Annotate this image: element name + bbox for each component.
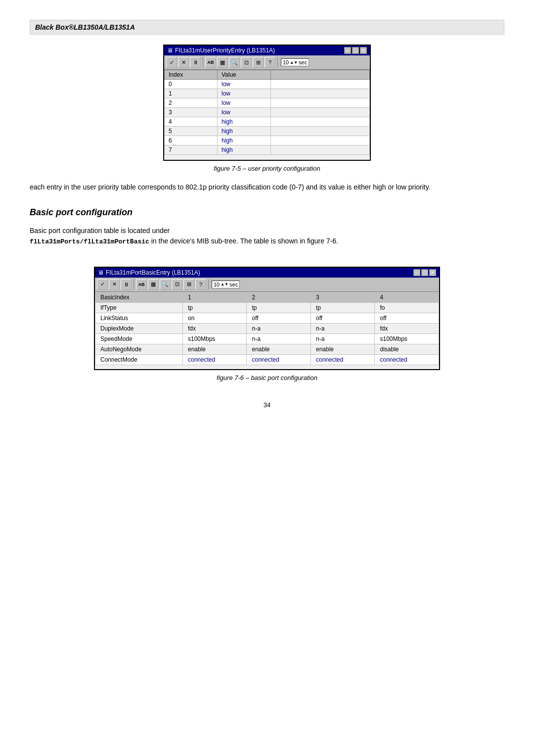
figure5-titlebar: 🖥 FILta31mUserPriorityEntry (LB1351A) ─ … [164,46,370,55]
index-cell: 5 [165,127,218,136]
grid-button[interactable]: ▦ [217,57,228,68]
minimize-button[interactable]: ─ [344,47,351,54]
separator2 [277,57,278,67]
table-row: 6high [165,136,370,145]
col4-cell: 4 [375,292,439,302]
check-button[interactable]: ✓ [166,57,177,68]
empty-cell [271,108,370,117]
index-cell: 7 [165,145,218,155]
table-row: 0low [165,80,370,89]
ab-button-6[interactable]: AB [136,279,147,290]
col2-cell: n-a [247,323,311,333]
empty-cell [271,136,370,145]
minimize-button-6[interactable]: ─ [413,269,420,276]
value-cell: low [217,89,270,98]
help-button-6[interactable]: ? [195,279,206,290]
value-cell: low [217,108,270,117]
table-row: 1low [165,89,370,98]
value-cell: low [217,98,270,108]
table-row: IfTypetptptpfo [95,302,439,313]
pause-button-6[interactable]: ⏸ [121,279,132,290]
figure5-window: 🖥 FILta31mUserPriorityEntry (LB1351A) ─ … [163,45,371,161]
cancel-button[interactable]: ✕ [178,57,189,68]
spinbox-figure6[interactable]: 10 ▲▼ sec [212,281,240,288]
scrollbar-area[interactable] [164,155,370,160]
empty-cell [271,145,370,155]
priority-table: Index Value 0low1low2low3low4high5high6h… [164,70,370,155]
figure5-toolbar: ✓ ✕ ⏸ AB ▦ 🔍 ⊡ ⊞ ? 10 ▲▼ sec [164,55,370,70]
cancel-button-6[interactable]: ✕ [109,279,120,290]
table-row: 4high [165,117,370,127]
body-text-2: Basic port configuration table is locate… [30,226,465,247]
scrollbar-area-6[interactable] [95,365,439,369]
restore-button[interactable]: □ [352,47,359,54]
section-heading-basic-port: Basic port configuration [30,207,504,218]
col3-cell: off [311,313,375,323]
spinbox6-unit: sec [229,282,238,287]
network-button-6[interactable]: ⊞ [183,279,194,290]
col2-cell: connected [247,354,311,365]
col3-cell: connected [311,354,375,365]
col4-cell: connected [375,354,439,365]
help-button[interactable]: ? [265,57,275,68]
index-cell: 6 [165,136,218,145]
col1-cell: enable [182,344,247,354]
col1-cell: connected [182,354,247,365]
col3-cell: n-a [311,333,375,344]
page-header: Black Box®LB1350A/LB1351A [30,20,504,35]
table-row: LinkStatusonoffoffoff [95,313,439,323]
pause-button[interactable]: ⏸ [190,57,201,68]
close-button-6[interactable]: ✕ [429,269,436,276]
figure6-window-controls[interactable]: ─ □ ✕ [413,269,436,276]
table-row: SpeedModes100Mbpsn-an-as100Mbps [95,333,439,344]
row-label: LinkStatus [95,313,183,323]
separator3 [134,280,134,289]
table-row: DuplexModefdxn-an-afdx [95,323,439,333]
col1-cell: 1 [182,292,247,302]
filter-button-6[interactable]: ⊡ [172,279,182,290]
col4-cell: off [375,313,439,323]
ab-button[interactable]: AB [205,57,216,68]
col3-cell: n-a [311,323,375,333]
table-row: 7high [165,145,370,155]
table-row: 5high [165,127,370,136]
grid-button-6[interactable]: ▦ [148,279,159,290]
col2-cell: enable [247,344,311,354]
header-title: Black Box®LB1350A/LB1351A [35,23,135,31]
find-button-6[interactable]: 🔍 [160,279,171,290]
figure5-window-controls[interactable]: ─ □ ✕ [344,47,367,54]
figure6-window-icon: 🖥 [98,269,104,276]
col4-cell: fdx [375,323,439,333]
table-row: ConnectModeconnectedconnectedconnectedco… [95,354,439,365]
restore-button-6[interactable]: □ [421,269,428,276]
spinbox5-unit: sec [299,59,307,65]
table-row: AutoNegoModeenableenableenabledisable [95,344,439,354]
col2-cell: 2 [247,292,311,302]
find-button[interactable]: 🔍 [229,57,240,68]
page-number: 34 [30,401,504,409]
body-text-1: each entry in the user priority table co… [30,182,465,192]
figure5-caption: figure 7-5 – user priority configuration [214,165,320,172]
body-text-2a: Basic port configuration table is locate… [30,227,170,235]
row-label: BasicIndex [95,292,183,302]
close-button[interactable]: ✕ [360,47,367,54]
network-button[interactable]: ⊞ [253,57,264,68]
col3-cell: enable [311,344,375,354]
spinbox5-value: 10 [283,59,289,65]
figure5-window-title: FILta31mUserPriorityEntry (LB1351A) [175,47,275,54]
row-label: SpeedMode [95,333,183,344]
spinbox-figure5[interactable]: 10 ▲▼ sec [281,58,309,66]
col2-cell: off [247,313,311,323]
figure5-titlebar-left: 🖥 FILta31mUserPriorityEntry (LB1351A) [167,47,275,54]
empty-cell [271,117,370,127]
value-cell: high [217,136,270,145]
figure6-titlebar: 🖥 FILta31mPortBasicEntry (LB1351A) ─ □ ✕ [95,268,439,278]
body-text-2c: in the device's MIB sub-tree. The table … [151,237,338,245]
index-cell: 0 [165,80,218,89]
empty-cell [271,89,370,98]
value-cell: low [217,80,270,89]
col3-cell: 3 [311,292,375,302]
col4-cell: s100Mbps [375,333,439,344]
filter-button[interactable]: ⊡ [241,57,252,68]
check-button-6[interactable]: ✓ [97,279,108,290]
